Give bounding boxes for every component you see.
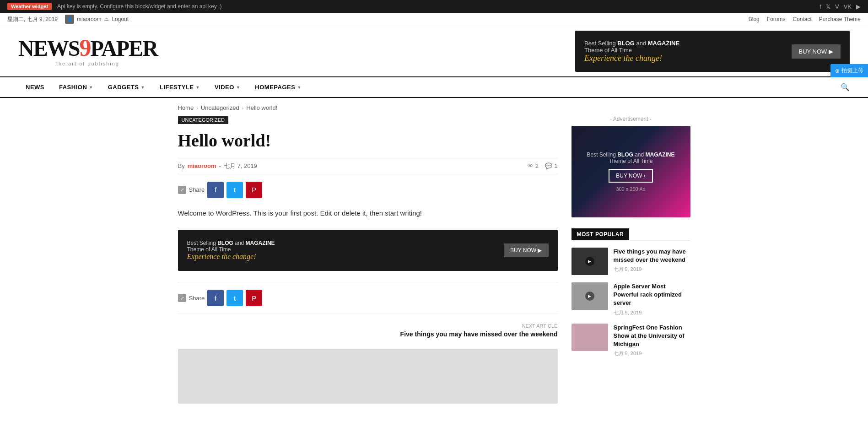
twitter-share-button-bottom[interactable]: t [226,290,243,306]
sidebar-ad-buy-button[interactable]: BUY NOW › [609,169,652,183]
share-text-top: Share [189,186,205,193]
blog-link[interactable]: Blog [749,16,760,22]
category-tag[interactable]: Uncategorized [178,116,229,124]
next-article-label: Next article [178,323,558,329]
article-ad-experience: Experience the change! [187,253,275,261]
weather-widget[interactable]: Weather widget [7,3,52,10]
author-link[interactable]: miaoroom [188,162,216,169]
user-avatar: 👤 [65,15,74,24]
play-icon-2: ▶ [585,292,594,301]
popular-thumb-1: ▶ [571,248,608,275]
header-ad-text: Best Selling BLOG and MAGAZINE Theme of … [584,40,679,63]
breadcrumb-sep-2: › [242,105,244,111]
logo-news: NEWS [18,36,79,60]
pinterest-share-button-bottom[interactable]: P [246,290,262,306]
popular-date-3: 七月 9, 2019 [614,350,690,357]
article-ad-theme: Theme of All Time [187,246,275,253]
eye-icon: 👁 [528,162,534,169]
article-column: Uncategorized Hello world! By miaoroom -… [178,116,558,404]
popular-link-3[interactable]: SpringFest One Fashion Show at the Unive… [614,324,685,347]
views-count: 2 [535,162,539,169]
api-key-message: Api key is empty. Configure this block/w… [57,3,221,10]
nav-item-fashion[interactable]: FASHION ▼ [52,77,101,97]
nav-item-news[interactable]: NEWS [18,77,52,97]
logo-paper: PAPER [90,36,157,60]
floating-badge[interactable]: ⊕ 拍摄上传 [830,64,868,77]
twitter-icon[interactable]: 𝕏 [826,3,830,10]
views-stat: 👁 2 [528,162,539,169]
breadcrumb-sep-1: › [196,105,198,111]
popular-date-2: 七月 9, 2019 [614,309,690,316]
breadcrumb: Home › Uncategorized › Hello world! [178,98,690,116]
popular-info-2: Apple Server Most Powerful rack optimize… [614,282,690,316]
facebook-icon[interactable]: f [819,3,821,10]
vk-icon[interactable]: VK [844,3,852,10]
floating-icon: ⊕ [835,68,840,74]
purchase-theme-link[interactable]: Purchase Theme [819,16,861,22]
popular-info-3: SpringFest One Fashion Show at the Unive… [614,324,690,357]
next-article-title: Five things you may have missed over the… [178,330,558,338]
forums-link[interactable]: Forums [767,16,786,22]
nav-item-homepages[interactable]: HOMEPAGES ▼ [248,77,308,97]
username-link[interactable]: miaoroom [77,16,101,22]
share-label-bottom: ⤢ Share [178,294,205,302]
header: NEWS9PAPER the art of publishing Best Se… [0,26,868,76]
popular-link-2[interactable]: Apple Server Most Powerful rack optimize… [614,283,682,306]
nav-item-lifestyle[interactable]: LIFESTYLE ▼ [152,77,207,97]
breadcrumb-current: Hello world! [246,104,277,111]
popular-item-1: ▶ Five things you may have missed over t… [571,248,690,275]
sidebar: - Advertisement - Best Selling BLOG and … [571,116,690,404]
popular-link-1[interactable]: Five things you may have missed over the… [614,248,686,263]
sidebar-ad-selling: Best Selling BLOG and MAGAZINE [587,151,674,158]
popular-title-3: SpringFest One Fashion Show at the Unive… [614,324,690,349]
share-label-top: ⤢ Share [178,186,205,194]
nav-links: NEWS FASHION ▼ GADGETS ▼ LIFESTYLE ▼ VID… [18,77,309,97]
lifestyle-arrow: ▼ [196,85,200,90]
pinterest-share-button-top[interactable]: P [246,182,262,198]
article-meta-right: 👁 2 💬 1 [528,162,557,169]
logout-icon: ⏏ [104,16,109,22]
breadcrumb-uncategorized[interactable]: Uncategorized [201,104,239,111]
facebook-share-button-bottom[interactable]: f [207,290,224,306]
date-text: 星期二, 七月 9, 2019 [7,16,58,23]
facebook-share-button-top[interactable]: f [207,182,224,198]
header-ad-experience: Experience the change! [584,54,679,63]
share-bar-bottom: ⤢ Share f t P [178,282,558,314]
top-bar-left: Weather widget Api key is empty. Configu… [7,3,221,10]
share-icon-bottom: ⤢ [178,294,186,302]
article-ad-buy-button[interactable]: BUY NOW ▶ [504,243,548,257]
most-popular-label: MOST POPULAR [571,228,630,240]
article-title: Hello world! [178,130,558,151]
article-ad: Best Selling BLOG and MAGAZINE Theme of … [178,230,558,271]
search-icon[interactable]: 🔍 [841,83,850,92]
breadcrumb-home[interactable]: Home [178,104,194,111]
user-area: 👤 miaoroom ⏏ Logout [65,15,129,24]
logout-link[interactable]: Logout [112,16,129,22]
fashion-arrow: ▼ [89,85,93,90]
nav-item-gadgets[interactable]: GADGETS ▼ [101,77,152,97]
nav-item-video[interactable]: VIDEO ▼ [207,77,248,97]
header-ad-buy-button[interactable]: BUY NOW ▶ [792,44,841,59]
second-bar-right: Blog Forums Contact Purchase Theme [749,16,861,22]
gadgets-arrow: ▼ [141,85,145,90]
twitter-share-button-top[interactable]: t [226,182,243,198]
popular-thumb-3 [571,324,608,351]
article-date: 七月 7, 2019 [224,162,257,170]
next-article: Next article Five things you may have mi… [178,323,558,338]
popular-item-2: ▶ Apple Server Most Powerful rack optimi… [571,282,690,316]
youtube-icon[interactable]: ▶ [856,3,861,10]
logo-text: NEWS9PAPER [18,36,157,60]
sidebar-ad-box: Best Selling BLOG and MAGAZINE Theme of … [571,126,690,217]
vimeo-icon[interactable]: V [835,3,839,10]
sidebar-ad-label: - Advertisement - [571,116,690,122]
next-article-link[interactable]: Five things you may have missed over the… [400,330,558,338]
main-layout: Uncategorized Hello world! By miaoroom -… [178,116,690,404]
top-bar: Weather widget Api key is empty. Configu… [0,0,868,13]
popular-title-2: Apple Server Most Powerful rack optimize… [614,282,690,308]
contact-link[interactable]: Contact [793,16,811,22]
sidebar-ad-size: 300 x 250 Ad [616,186,645,192]
logo-area: NEWS9PAPER the art of publishing [18,36,157,66]
second-bar: 星期二, 七月 9, 2019 👤 miaoroom ⏏ Logout Blog… [0,13,868,26]
most-popular-header: MOST POPULAR [571,228,690,241]
meta-dash: - [219,162,221,169]
